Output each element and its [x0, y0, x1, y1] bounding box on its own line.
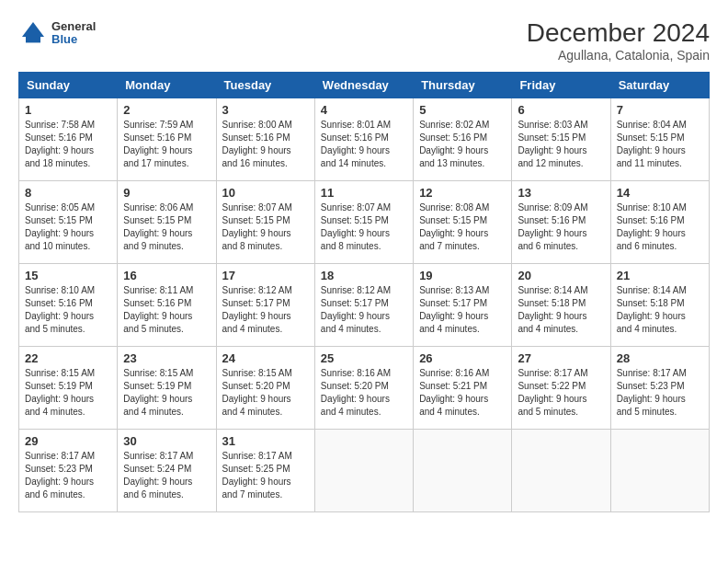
title-block: December 2024 Agullana, Catalonia, Spain [527, 18, 710, 63]
day-number: 4 [321, 103, 407, 117]
table-row: 1 Sunrise: 7:58 AM Sunset: 5:16 PM Dayli… [19, 98, 118, 181]
table-row: 13 Sunrise: 8:09 AM Sunset: 5:16 PM Dayl… [512, 181, 610, 264]
day-info: Sunrise: 7:59 AM Sunset: 5:16 PM Dayligh… [123, 119, 210, 170]
day-number: 20 [518, 269, 604, 282]
calendar-table: Sunday Monday Tuesday Wednesday Thursday… [18, 72, 710, 512]
table-row: 3 Sunrise: 8:00 AM Sunset: 5:16 PM Dayli… [216, 98, 314, 181]
day-info: Sunrise: 8:00 AM Sunset: 5:16 PM Dayligh… [222, 119, 309, 170]
logo-text: General Blue [51, 20, 96, 47]
day-number: 17 [222, 269, 309, 282]
table-row [414, 430, 512, 512]
day-number: 5 [419, 103, 506, 117]
table-row [314, 430, 413, 512]
day-number: 15 [25, 269, 111, 282]
table-row: 23 Sunrise: 8:15 AM Sunset: 5:19 PM Dayl… [118, 347, 216, 430]
table-row: 28 Sunrise: 8:17 AM Sunset: 5:23 PM Dayl… [610, 347, 709, 430]
day-number: 29 [25, 434, 111, 448]
day-number: 1 [25, 103, 111, 117]
table-row: 21 Sunrise: 8:14 AM Sunset: 5:18 PM Dayl… [610, 264, 709, 347]
day-info: Sunrise: 8:03 AM Sunset: 5:15 PM Dayligh… [518, 119, 604, 170]
col-saturday: Saturday [610, 73, 709, 98]
calendar-row: 22 Sunrise: 8:15 AM Sunset: 5:19 PM Dayl… [19, 347, 710, 430]
table-row: 5 Sunrise: 8:02 AM Sunset: 5:16 PM Dayli… [414, 98, 512, 181]
day-number: 28 [617, 351, 703, 365]
calendar-row: 29 Sunrise: 8:17 AM Sunset: 5:23 PM Dayl… [19, 430, 710, 512]
day-info: Sunrise: 8:08 AM Sunset: 5:15 PM Dayligh… [419, 201, 506, 253]
day-number: 23 [123, 351, 210, 365]
calendar-header-row: Sunday Monday Tuesday Wednesday Thursday… [19, 73, 710, 98]
day-info: Sunrise: 8:15 AM Sunset: 5:19 PM Dayligh… [25, 367, 111, 419]
day-info: Sunrise: 8:05 AM Sunset: 5:15 PM Dayligh… [25, 201, 111, 253]
logo-general: General [51, 20, 96, 33]
page-subtitle: Agullana, Catalonia, Spain [527, 48, 710, 63]
table-row: 10 Sunrise: 8:07 AM Sunset: 5:15 PM Dayl… [216, 181, 314, 264]
logo: General Blue [18, 18, 96, 48]
day-info: Sunrise: 8:17 AM Sunset: 5:25 PM Dayligh… [222, 450, 309, 501]
day-info: Sunrise: 8:12 AM Sunset: 5:17 PM Dayligh… [321, 284, 407, 336]
day-info: Sunrise: 8:10 AM Sunset: 5:16 PM Dayligh… [25, 284, 111, 336]
day-number: 12 [419, 186, 506, 200]
day-info: Sunrise: 8:17 AM Sunset: 5:24 PM Dayligh… [123, 450, 210, 501]
col-thursday: Thursday [414, 73, 512, 98]
svg-rect-1 [26, 37, 40, 42]
day-number: 2 [123, 103, 210, 117]
day-info: Sunrise: 8:07 AM Sunset: 5:15 PM Dayligh… [222, 201, 309, 253]
table-row: 8 Sunrise: 8:05 AM Sunset: 5:15 PM Dayli… [19, 181, 118, 264]
table-row: 15 Sunrise: 8:10 AM Sunset: 5:16 PM Dayl… [19, 264, 118, 347]
day-number: 27 [518, 351, 604, 365]
day-info: Sunrise: 8:15 AM Sunset: 5:19 PM Dayligh… [123, 367, 210, 419]
table-row: 19 Sunrise: 8:13 AM Sunset: 5:17 PM Dayl… [414, 264, 512, 347]
day-number: 30 [123, 434, 210, 448]
table-row: 14 Sunrise: 8:10 AM Sunset: 5:16 PM Dayl… [610, 181, 709, 264]
table-row: 26 Sunrise: 8:16 AM Sunset: 5:21 PM Dayl… [414, 347, 512, 430]
table-row: 25 Sunrise: 8:16 AM Sunset: 5:20 PM Dayl… [314, 347, 413, 430]
table-row: 18 Sunrise: 8:12 AM Sunset: 5:17 PM Dayl… [314, 264, 413, 347]
day-number: 13 [518, 186, 604, 200]
day-info: Sunrise: 8:02 AM Sunset: 5:16 PM Dayligh… [419, 119, 506, 170]
day-info: Sunrise: 8:09 AM Sunset: 5:16 PM Dayligh… [518, 201, 604, 253]
table-row: 11 Sunrise: 8:07 AM Sunset: 5:15 PM Dayl… [314, 181, 413, 264]
day-number: 16 [123, 269, 210, 282]
logo-icon [18, 18, 48, 48]
day-number: 8 [25, 186, 111, 200]
col-tuesday: Tuesday [216, 73, 314, 98]
table-row: 9 Sunrise: 8:06 AM Sunset: 5:15 PM Dayli… [118, 181, 216, 264]
day-info: Sunrise: 8:16 AM Sunset: 5:21 PM Dayligh… [419, 367, 506, 419]
col-friday: Friday [512, 73, 610, 98]
day-info: Sunrise: 8:12 AM Sunset: 5:17 PM Dayligh… [222, 284, 309, 336]
day-number: 24 [222, 351, 309, 365]
table-row: 31 Sunrise: 8:17 AM Sunset: 5:25 PM Dayl… [216, 430, 314, 512]
page-title: December 2024 [527, 18, 710, 48]
table-row: 27 Sunrise: 8:17 AM Sunset: 5:22 PM Dayl… [512, 347, 610, 430]
table-row: 29 Sunrise: 8:17 AM Sunset: 5:23 PM Dayl… [19, 430, 118, 512]
col-monday: Monday [118, 73, 216, 98]
day-info: Sunrise: 8:16 AM Sunset: 5:20 PM Dayligh… [321, 367, 407, 419]
day-number: 26 [419, 351, 506, 365]
day-info: Sunrise: 8:11 AM Sunset: 5:16 PM Dayligh… [123, 284, 210, 336]
day-number: 22 [25, 351, 111, 365]
calendar-row: 15 Sunrise: 8:10 AM Sunset: 5:16 PM Dayl… [19, 264, 710, 347]
table-row: 30 Sunrise: 8:17 AM Sunset: 5:24 PM Dayl… [118, 430, 216, 512]
day-info: Sunrise: 8:01 AM Sunset: 5:16 PM Dayligh… [321, 119, 407, 170]
day-number: 7 [617, 103, 703, 117]
day-info: Sunrise: 8:17 AM Sunset: 5:23 PM Dayligh… [617, 367, 703, 419]
day-number: 9 [123, 186, 210, 200]
logo-blue: Blue [51, 33, 96, 46]
day-info: Sunrise: 8:06 AM Sunset: 5:15 PM Dayligh… [123, 201, 210, 253]
table-row: 24 Sunrise: 8:15 AM Sunset: 5:20 PM Dayl… [216, 347, 314, 430]
day-info: Sunrise: 8:15 AM Sunset: 5:20 PM Dayligh… [222, 367, 309, 419]
table-row: 7 Sunrise: 8:04 AM Sunset: 5:15 PM Dayli… [610, 98, 709, 181]
day-number: 21 [617, 269, 703, 282]
day-number: 11 [321, 186, 407, 200]
day-number: 25 [321, 351, 407, 365]
day-number: 6 [518, 103, 604, 117]
calendar-row: 8 Sunrise: 8:05 AM Sunset: 5:15 PM Dayli… [19, 181, 710, 264]
day-number: 19 [419, 269, 506, 282]
day-info: Sunrise: 8:07 AM Sunset: 5:15 PM Dayligh… [321, 201, 407, 253]
table-row: 4 Sunrise: 8:01 AM Sunset: 5:16 PM Dayli… [314, 98, 413, 181]
day-info: Sunrise: 8:17 AM Sunset: 5:23 PM Dayligh… [25, 450, 111, 501]
day-info: Sunrise: 8:14 AM Sunset: 5:18 PM Dayligh… [518, 284, 604, 336]
calendar-row: 1 Sunrise: 7:58 AM Sunset: 5:16 PM Dayli… [19, 98, 710, 181]
day-number: 18 [321, 269, 407, 282]
table-row: 2 Sunrise: 7:59 AM Sunset: 5:16 PM Dayli… [118, 98, 216, 181]
